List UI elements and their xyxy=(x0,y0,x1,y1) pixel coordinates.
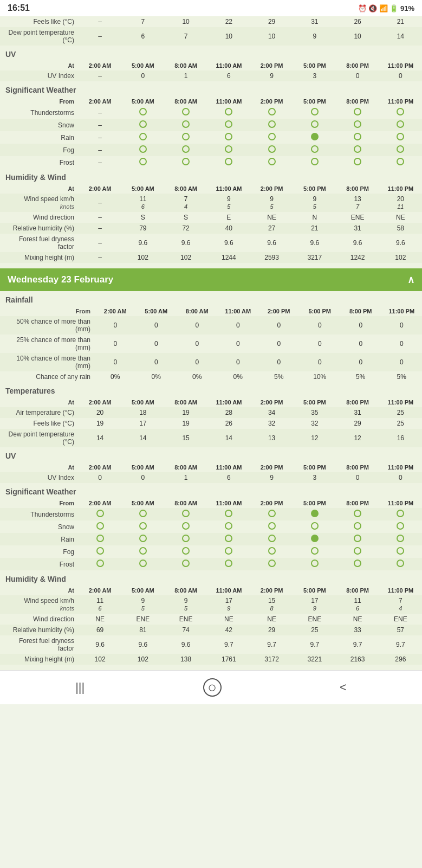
dew-v5: 10 xyxy=(250,27,293,46)
circle-icon xyxy=(182,145,190,153)
circle-icon xyxy=(182,560,190,567)
wednesday-header[interactable]: Wednesday 23 February ∧ xyxy=(0,268,422,291)
circle-icon xyxy=(397,522,404,530)
circle-icon xyxy=(397,108,404,115)
circle-icon xyxy=(96,547,104,555)
sig-weather-label-2: Significant Weather xyxy=(0,483,422,498)
circle-icon xyxy=(268,133,276,140)
circle-icon xyxy=(225,108,232,115)
circle-icon xyxy=(139,133,147,140)
nav-home[interactable]: ○ xyxy=(203,678,222,697)
circle-icon xyxy=(354,158,361,165)
circle-icon xyxy=(268,547,276,555)
circle-icon xyxy=(397,535,404,542)
circle-icon xyxy=(139,535,147,542)
feels-like-v4: 22 xyxy=(207,16,250,27)
prev-feels-dew-table: Feels like (°C) – 7 10 22 29 31 26 21 De… xyxy=(0,16,422,46)
hw-times-row-1: At 2:00 AM 5:00 AM 8:00 AM 11:00 AM 2:00… xyxy=(0,184,422,194)
circle-icon xyxy=(182,133,190,140)
circle-icon xyxy=(268,560,276,567)
circle-icon xyxy=(182,535,190,542)
circle-icon xyxy=(225,120,232,128)
dew-point-label: Dew point temperature (°C) xyxy=(0,27,79,46)
air-temp-row: Air temperature (°C) 20 18 19 28 34 35 3… xyxy=(0,407,422,418)
circle-icon xyxy=(311,522,319,530)
feels-like-v6: 31 xyxy=(293,16,336,27)
circle-icon xyxy=(268,535,276,542)
mixing-height-row-1: Mixing height (m) – 102 102 1244 2593 32… xyxy=(0,252,422,263)
nav-bar: ||| ○ < xyxy=(0,670,422,704)
dew-v6: 9 xyxy=(293,27,336,46)
circle-icon xyxy=(139,510,147,517)
uv-table-1: At 2:00 AM 5:00 AM 8:00 AM 11:00 AM 2:00… xyxy=(0,61,422,81)
uv-times-row-1: At 2:00 AM 5:00 AM 8:00 AM 11:00 AM 2:00… xyxy=(0,61,422,70)
forest-fuel-row-1: Forest fuel dryness factor – 9.6 9.6 9.6… xyxy=(0,234,422,252)
gap-1 xyxy=(0,263,422,268)
thunderstorms-row-1: Thunderstorms – xyxy=(0,106,422,119)
rainfall-25-row: 25% chance of more than (mm) 0 0 0 0 0 0… xyxy=(0,335,422,353)
circle-icon xyxy=(354,522,361,530)
uv-section-label-2: UV xyxy=(0,447,422,462)
sig-times-row-2: From 2:00 AM 5:00 AM 8:00 AM 11:00 AM 2:… xyxy=(0,498,422,508)
circle-icon xyxy=(139,120,147,128)
dew-v2: 6 xyxy=(121,27,164,46)
circle-icon xyxy=(354,133,361,140)
feels-like-v2: 7 xyxy=(121,16,164,27)
circle-icon xyxy=(225,133,232,140)
circle-icon xyxy=(225,560,232,567)
nav-recent[interactable]: ||| xyxy=(75,680,85,695)
dew-v7: 10 xyxy=(336,27,379,46)
sig-times-row-1: From 2:00 AM 5:00 AM 8:00 AM 11:00 AM 2:… xyxy=(0,97,422,106)
circle-icon xyxy=(268,158,276,165)
circle-icon xyxy=(311,120,319,128)
circle-icon xyxy=(182,108,190,115)
circle-icon xyxy=(354,145,361,153)
dew-v1: – xyxy=(79,27,121,46)
rainfall-50-row: 50% chance of more than (mm) 0 0 0 0 0 0… xyxy=(0,316,422,335)
dew-v4: 10 xyxy=(207,27,250,46)
circle-icon xyxy=(139,547,147,555)
dew-point-row: Dew point temperature (°C) – 6 7 10 10 9… xyxy=(0,27,422,46)
wind-dir-row-1: Wind direction – S S E NE N ENE NE xyxy=(0,212,422,223)
chevron-up-icon[interactable]: ∧ xyxy=(407,274,414,286)
circle-icon xyxy=(354,535,361,542)
uv-index-row-1: UV Index – 0 1 6 9 3 0 0 xyxy=(0,70,422,81)
rainfall-times-row: From 2:00 AM 5:00 AM 8:00 AM 11:00 AM 2:… xyxy=(0,306,422,316)
circle-icon xyxy=(225,510,232,517)
hw2-times-row: At 2:00 AM 5:00 AM 8:00 AM 11:00 AM 2:00… xyxy=(0,586,422,595)
circle-icon xyxy=(397,133,404,140)
temp-times-row: At 2:00 AM 5:00 AM 8:00 AM 11:00 AM 2:00… xyxy=(0,397,422,407)
circle-filled-icon xyxy=(311,510,319,517)
circle-icon xyxy=(139,108,147,115)
circle-icon xyxy=(311,547,319,555)
snow-row-1: Snow – xyxy=(0,119,422,131)
uv-table-2: At 2:00 AM 5:00 AM 8:00 AM 11:00 AM 2:00… xyxy=(0,462,422,483)
frost-row-1: Frost – xyxy=(0,156,422,169)
uv-index-row-2: UV Index 0 0 1 6 9 3 0 0 xyxy=(0,472,422,483)
rainfall-table: From 2:00 AM 5:00 AM 8:00 AM 11:00 AM 2:… xyxy=(0,306,422,382)
humidity-wind-label-1: Humidity & Wind xyxy=(0,169,422,184)
circle-icon xyxy=(311,158,319,165)
feels-like-label: Feels like (°C) xyxy=(0,16,79,27)
wind-dir-row-2: Wind direction NE ENE ENE NE NE ENE NE E… xyxy=(0,614,422,625)
chance-any-rain-row: Chance of any rain 0% 0% 0% 0% 5% 10% 5%… xyxy=(0,371,422,382)
rain-row-1: Rain – xyxy=(0,131,422,144)
circle-icon xyxy=(96,510,104,517)
sig-weather-table-2: From 2:00 AM 5:00 AM 8:00 AM 11:00 AM 2:… xyxy=(0,498,422,570)
circle-icon xyxy=(182,510,190,517)
rainfall-label: Rainfall xyxy=(0,291,422,306)
nav-back[interactable]: < xyxy=(340,680,347,695)
uv-section-label-1: UV xyxy=(0,46,422,61)
rain-row-2: Rain xyxy=(0,533,422,545)
humidity-wind-label-2: Humidity & Wind xyxy=(0,570,422,586)
feels-like-v1: – xyxy=(79,16,121,27)
humidity-wind-table-2: At 2:00 AM 5:00 AM 8:00 AM 11:00 AM 2:00… xyxy=(0,586,422,665)
circle-filled-icon xyxy=(311,535,319,542)
rainfall-10-row: 10% chance of more than (mm) 0 0 0 0 0 0… xyxy=(0,353,422,371)
sig-weather-label-1: Significant Weather xyxy=(0,81,422,97)
status-icons: ⏰ 🔇 📶 🔋 91% xyxy=(358,4,414,12)
circle-icon xyxy=(139,522,147,530)
circle-icon xyxy=(182,522,190,530)
circle-icon xyxy=(268,522,276,530)
circle-icon xyxy=(268,120,276,128)
